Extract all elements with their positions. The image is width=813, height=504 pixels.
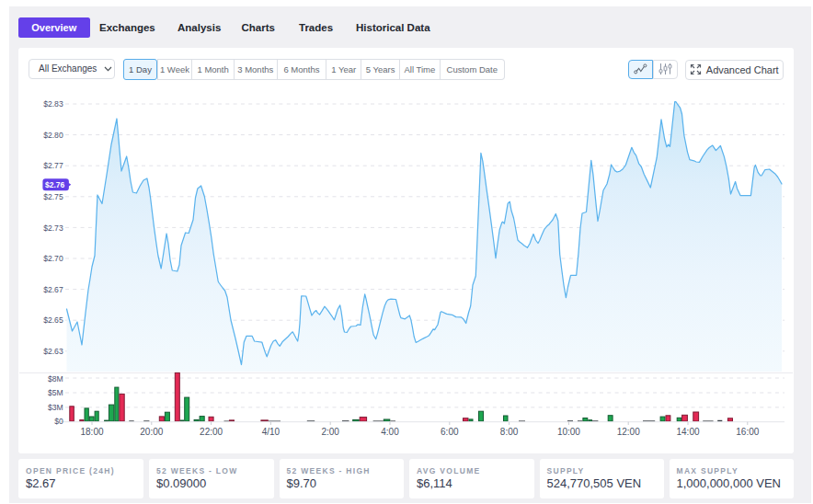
svg-text:8:00: 8:00 [500, 427, 519, 437]
svg-text:$2.63: $2.63 [43, 347, 63, 356]
svg-text:10:00: 10:00 [557, 427, 580, 437]
svg-text:22:00: 22:00 [200, 427, 223, 437]
svg-text:16:00: 16:00 [736, 427, 759, 437]
svg-text:$5M: $5M [48, 388, 63, 397]
svg-text:$2.76: $2.76 [45, 180, 65, 189]
svg-text:$2.65: $2.65 [43, 315, 63, 325]
svg-text:4/10: 4/10 [262, 427, 281, 437]
svg-text:$2.80: $2.80 [43, 131, 63, 140]
svg-text:$2.67: $2.67 [43, 285, 63, 294]
svg-text:$3M: $3M [48, 403, 63, 412]
svg-text:$2.73: $2.73 [43, 223, 63, 233]
svg-text:12:00: 12:00 [617, 427, 640, 437]
svg-text:14:00: 14:00 [676, 427, 699, 437]
svg-text:$2.83: $2.83 [43, 99, 63, 109]
svg-text:$8M: $8M [48, 374, 63, 384]
svg-text:18:00: 18:00 [80, 427, 103, 437]
svg-text:$0: $0 [54, 417, 63, 426]
svg-text:6:00: 6:00 [441, 427, 459, 437]
svg-text:4:00: 4:00 [381, 427, 399, 437]
svg-text:20:00: 20:00 [140, 427, 163, 437]
svg-text:$2.70: $2.70 [43, 254, 63, 263]
svg-text:$2.75: $2.75 [43, 192, 63, 201]
svg-text:2:00: 2:00 [321, 427, 339, 437]
svg-text:$2.77: $2.77 [43, 161, 63, 170]
